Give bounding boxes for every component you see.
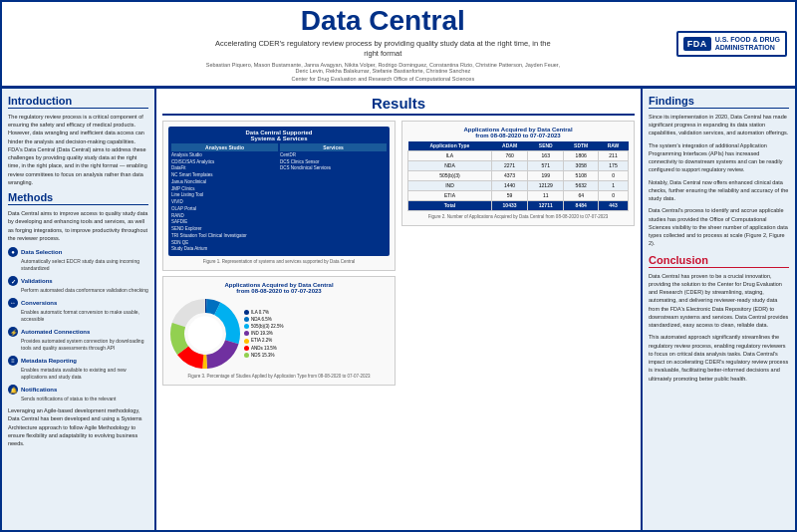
table-header: Application Type ADAM SEND SDTM RAW [408, 141, 629, 151]
services-items: CentDRDCS Clinics SensorDCS Nonclinical … [280, 152, 387, 172]
figure-3-box: Applications Acquired by Data Centralfro… [162, 276, 396, 386]
automated-connections-icon: ⚡ [8, 327, 18, 337]
cell-nda-send: 571 [528, 160, 564, 170]
cell-ind-type: IND [408, 180, 492, 190]
cell-ila-sdtm: 1806 [564, 150, 599, 160]
fda-name: U.S. FOOD & DRUGADMINISTRATION [715, 36, 780, 53]
header-dept: Center for Drug Evaluation and Research … [203, 76, 562, 82]
legend-505: 505(b)(3) 22.5% [244, 323, 284, 330]
cell-ila-type: ILA [408, 150, 492, 160]
intro-text: The regulatory review process is a criti… [8, 113, 148, 186]
table-body: ILA 760 163 1806 211 NDA 2271 571 3058 [408, 150, 629, 210]
methods-closing: Leveraging an Agile-based development me… [8, 406, 148, 447]
left-column: Introduction The regulatory review proce… [2, 89, 156, 530]
poster-container: Data Central Accelerating CDER's regulat… [0, 0, 797, 532]
services-col-title: Services [280, 143, 387, 151]
findings-text-1: Since its implementation in 2020, Data C… [649, 113, 789, 137]
cell-ila-send: 163 [528, 150, 564, 160]
method-text-1: Automatically select EDCR study data usi… [21, 258, 148, 272]
applications-table: Application Type ADAM SEND SDTM RAW ILA … [407, 141, 629, 211]
method-title-2: Validations [21, 278, 53, 284]
cell-etia-type: ETIA [408, 190, 492, 200]
cell-nda-type: NDA [408, 160, 492, 170]
legend-ands: ANDs 13.5% [244, 345, 284, 352]
method-automated-connections: ⚡ Automated Connections Provides automat… [8, 327, 148, 352]
middle-column: Results Data Central SupportedSystems & … [156, 89, 641, 530]
cell-total-raw: 443 [599, 200, 629, 210]
findings-text-3: Notably, Data Central now offers enhance… [649, 178, 789, 203]
fda-badge: FDA [683, 37, 711, 51]
cell-total-type: Total [408, 200, 492, 210]
table-row: 505(b)(3) 4373 199 5108 0 [408, 170, 629, 180]
col-header-raw: RAW [599, 141, 629, 151]
results-title: Results [162, 95, 635, 116]
legend-nda: NDA 6.5% [244, 316, 284, 323]
col-header-type: Application Type [408, 141, 492, 151]
pie-chart-svg [170, 299, 240, 369]
header-title-block: Data Central Accelerating CDER's regulat… [98, 6, 668, 82]
pie-legend: ILA 0.7% NDA 6.5% 505(b)(3) 22.5% [244, 309, 284, 359]
cell-ind-adam: 1440 [491, 180, 527, 190]
legend-ind-label: IND 19.3% [251, 330, 273, 337]
findings-text-2: The system's integration of additional A… [649, 141, 789, 174]
cell-nda-sdtm: 3058 [564, 160, 599, 170]
method-text-6: Sends notifications of status to the rel… [21, 396, 148, 402]
legend-ands-label: ANDs 13.5% [251, 345, 277, 352]
cell-nda-raw: 175 [599, 160, 629, 170]
legend-ila: ILA 0.7% [244, 309, 284, 316]
pie-chart-title: Applications Acquired by Data Centralfro… [168, 282, 390, 294]
method-title-6: Notifications [21, 387, 57, 393]
methods-list: ● Data Selection Automatically select ED… [8, 247, 148, 402]
table-row: NDA 2271 571 3058 175 [408, 160, 629, 170]
figure-3-caption: Figure 3. Percentage of Studies Applied … [168, 374, 390, 380]
main-title: Data Central [98, 6, 668, 37]
method-title-4: Automated Connections [21, 329, 90, 335]
conclusion-text-2: This automated approach significantly st… [649, 333, 789, 383]
header-subtitle: Accelerating CDER's regulatory review pr… [213, 39, 552, 60]
method-conversions: ↔ Conversions Enables automatic format c… [8, 298, 148, 323]
cell-etia-adam: 59 [491, 190, 527, 200]
analyses-column: Analyses Studio Analysis StudioCDISC/SAS… [171, 143, 278, 253]
pie-container: ILA 0.7% NDA 6.5% 505(b)(3) 22.5% [168, 297, 390, 371]
cell-ind-send: 12129 [528, 180, 564, 190]
services-column: Services CentDRDCS Clinics SensorDCS Non… [280, 143, 387, 253]
systems-grid: Analyses Studio Analysis StudioCDISC/SAS… [171, 143, 387, 253]
table-total-row: Total 10433 12711 8484 443 [408, 200, 629, 210]
findings-text-4: Data Central's process to identify and a… [649, 206, 789, 247]
col-header-sdtm: SDTM [564, 141, 599, 151]
legend-ila-dot [244, 310, 249, 315]
results-right: Applications Acquired by Data Centralfro… [401, 121, 635, 520]
systems-title: Data Central SupportedSystems & Services [171, 130, 387, 141]
cell-505-type: 505(b)(3) [408, 170, 492, 180]
method-title-5: Metadata Reporting [21, 358, 77, 364]
table-row: ILA 760 163 1806 211 [408, 150, 629, 160]
legend-ind: IND 19.3% [244, 330, 284, 337]
cell-nda-adam: 2271 [491, 160, 527, 170]
figure-2-box: Applications Acquired by Data Centralfro… [401, 121, 635, 226]
legend-505-label: 505(b)(3) 22.5% [251, 323, 284, 330]
data-selection-icon: ● [8, 247, 18, 257]
cell-etia-send: 11 [528, 190, 564, 200]
cell-etia-sdtm: 64 [564, 190, 599, 200]
method-metadata: ≡ Metadata Reporting Enables metadata av… [8, 356, 148, 381]
cell-ila-raw: 211 [599, 150, 629, 160]
cell-total-sdtm: 8484 [564, 200, 599, 210]
legend-nds: NDS 15.3% [244, 352, 284, 359]
svg-point-8 [188, 316, 223, 351]
table-row: ETIA 59 11 64 0 [408, 190, 629, 200]
analyses-col-title: Analyses Studio [171, 143, 278, 151]
cell-etia-raw: 0 [599, 190, 629, 200]
method-text-5: Enables metadata available to existing a… [21, 367, 148, 381]
validations-icon: ✓ [8, 276, 18, 286]
right-column: Findings Since its implementation in 202… [641, 89, 795, 530]
method-notifications: 🔔 Notifications Sends notifications of s… [8, 385, 148, 402]
cell-505-sdtm: 5108 [564, 170, 599, 180]
cell-ind-sdtm: 5632 [564, 180, 599, 190]
cell-total-send: 12711 [528, 200, 564, 210]
table-title: Applications Acquired by Data Centralfro… [407, 127, 629, 138]
method-title-3: Conversions [21, 300, 57, 306]
intro-title: Introduction [8, 95, 148, 109]
notifications-icon: 🔔 [8, 385, 18, 395]
legend-nds-label: NDS 15.3% [251, 352, 275, 359]
method-text-4: Provides automated system connection by … [21, 338, 148, 352]
